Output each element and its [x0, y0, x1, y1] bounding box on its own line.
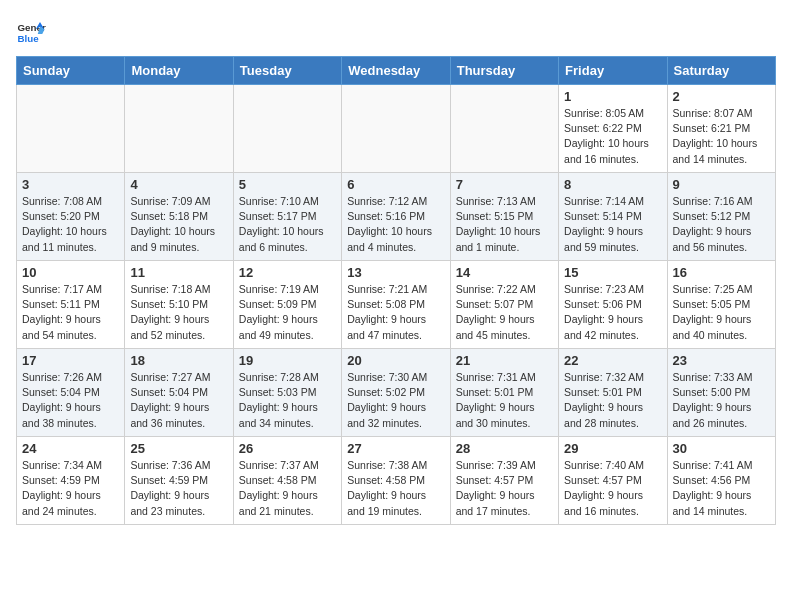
day-number: 19	[239, 353, 336, 368]
day-number: 23	[673, 353, 770, 368]
day-info: Sunrise: 7:08 AM Sunset: 5:20 PM Dayligh…	[22, 194, 119, 255]
day-number: 20	[347, 353, 444, 368]
day-number: 18	[130, 353, 227, 368]
day-info: Sunrise: 7:12 AM Sunset: 5:16 PM Dayligh…	[347, 194, 444, 255]
day-info: Sunrise: 7:21 AM Sunset: 5:08 PM Dayligh…	[347, 282, 444, 343]
day-number: 26	[239, 441, 336, 456]
day-info: Sunrise: 7:14 AM Sunset: 5:14 PM Dayligh…	[564, 194, 661, 255]
calendar-cell	[17, 85, 125, 173]
day-number: 16	[673, 265, 770, 280]
calendar-cell: 25Sunrise: 7:36 AM Sunset: 4:59 PM Dayli…	[125, 437, 233, 525]
calendar-cell: 22Sunrise: 7:32 AM Sunset: 5:01 PM Dayli…	[559, 349, 667, 437]
calendar-cell: 21Sunrise: 7:31 AM Sunset: 5:01 PM Dayli…	[450, 349, 558, 437]
calendar-cell: 16Sunrise: 7:25 AM Sunset: 5:05 PM Dayli…	[667, 261, 775, 349]
day-number: 1	[564, 89, 661, 104]
day-number: 8	[564, 177, 661, 192]
day-info: Sunrise: 7:25 AM Sunset: 5:05 PM Dayligh…	[673, 282, 770, 343]
day-number: 3	[22, 177, 119, 192]
calendar-row-0: 1Sunrise: 8:05 AM Sunset: 6:22 PM Daylig…	[17, 85, 776, 173]
col-header-tuesday: Tuesday	[233, 57, 341, 85]
day-number: 12	[239, 265, 336, 280]
logo: General Blue	[16, 16, 46, 46]
calendar-cell: 13Sunrise: 7:21 AM Sunset: 5:08 PM Dayli…	[342, 261, 450, 349]
col-header-saturday: Saturday	[667, 57, 775, 85]
calendar-cell	[450, 85, 558, 173]
calendar-cell: 17Sunrise: 7:26 AM Sunset: 5:04 PM Dayli…	[17, 349, 125, 437]
calendar-cell: 23Sunrise: 7:33 AM Sunset: 5:00 PM Dayli…	[667, 349, 775, 437]
col-header-sunday: Sunday	[17, 57, 125, 85]
col-header-friday: Friday	[559, 57, 667, 85]
day-number: 7	[456, 177, 553, 192]
header-row: SundayMondayTuesdayWednesdayThursdayFrid…	[17, 57, 776, 85]
calendar-cell: 5Sunrise: 7:10 AM Sunset: 5:17 PM Daylig…	[233, 173, 341, 261]
col-header-thursday: Thursday	[450, 57, 558, 85]
calendar-cell: 29Sunrise: 7:40 AM Sunset: 4:57 PM Dayli…	[559, 437, 667, 525]
day-info: Sunrise: 7:40 AM Sunset: 4:57 PM Dayligh…	[564, 458, 661, 519]
calendar-cell: 2Sunrise: 8:07 AM Sunset: 6:21 PM Daylig…	[667, 85, 775, 173]
day-number: 10	[22, 265, 119, 280]
day-number: 22	[564, 353, 661, 368]
calendar-cell: 15Sunrise: 7:23 AM Sunset: 5:06 PM Dayli…	[559, 261, 667, 349]
calendar-row-3: 17Sunrise: 7:26 AM Sunset: 5:04 PM Dayli…	[17, 349, 776, 437]
day-number: 6	[347, 177, 444, 192]
day-number: 29	[564, 441, 661, 456]
day-number: 9	[673, 177, 770, 192]
calendar-cell: 11Sunrise: 7:18 AM Sunset: 5:10 PM Dayli…	[125, 261, 233, 349]
calendar-cell: 1Sunrise: 8:05 AM Sunset: 6:22 PM Daylig…	[559, 85, 667, 173]
day-number: 27	[347, 441, 444, 456]
calendar-cell: 3Sunrise: 7:08 AM Sunset: 5:20 PM Daylig…	[17, 173, 125, 261]
header: General Blue	[16, 16, 776, 46]
col-header-monday: Monday	[125, 57, 233, 85]
day-number: 2	[673, 89, 770, 104]
day-number: 21	[456, 353, 553, 368]
day-info: Sunrise: 7:22 AM Sunset: 5:07 PM Dayligh…	[456, 282, 553, 343]
calendar-cell: 20Sunrise: 7:30 AM Sunset: 5:02 PM Dayli…	[342, 349, 450, 437]
day-info: Sunrise: 7:33 AM Sunset: 5:00 PM Dayligh…	[673, 370, 770, 431]
day-number: 17	[22, 353, 119, 368]
day-info: Sunrise: 7:28 AM Sunset: 5:03 PM Dayligh…	[239, 370, 336, 431]
day-info: Sunrise: 7:37 AM Sunset: 4:58 PM Dayligh…	[239, 458, 336, 519]
day-info: Sunrise: 7:16 AM Sunset: 5:12 PM Dayligh…	[673, 194, 770, 255]
calendar-cell: 19Sunrise: 7:28 AM Sunset: 5:03 PM Dayli…	[233, 349, 341, 437]
day-number: 24	[22, 441, 119, 456]
day-info: Sunrise: 7:19 AM Sunset: 5:09 PM Dayligh…	[239, 282, 336, 343]
calendar-cell: 26Sunrise: 7:37 AM Sunset: 4:58 PM Dayli…	[233, 437, 341, 525]
calendar-cell: 18Sunrise: 7:27 AM Sunset: 5:04 PM Dayli…	[125, 349, 233, 437]
day-info: Sunrise: 7:13 AM Sunset: 5:15 PM Dayligh…	[456, 194, 553, 255]
day-info: Sunrise: 7:41 AM Sunset: 4:56 PM Dayligh…	[673, 458, 770, 519]
day-info: Sunrise: 7:27 AM Sunset: 5:04 PM Dayligh…	[130, 370, 227, 431]
day-info: Sunrise: 7:31 AM Sunset: 5:01 PM Dayligh…	[456, 370, 553, 431]
calendar-cell: 4Sunrise: 7:09 AM Sunset: 5:18 PM Daylig…	[125, 173, 233, 261]
day-info: Sunrise: 7:26 AM Sunset: 5:04 PM Dayligh…	[22, 370, 119, 431]
calendar-cell: 14Sunrise: 7:22 AM Sunset: 5:07 PM Dayli…	[450, 261, 558, 349]
day-info: Sunrise: 7:17 AM Sunset: 5:11 PM Dayligh…	[22, 282, 119, 343]
calendar-cell: 28Sunrise: 7:39 AM Sunset: 4:57 PM Dayli…	[450, 437, 558, 525]
day-number: 4	[130, 177, 227, 192]
day-number: 14	[456, 265, 553, 280]
calendar-cell: 24Sunrise: 7:34 AM Sunset: 4:59 PM Dayli…	[17, 437, 125, 525]
calendar-cell: 12Sunrise: 7:19 AM Sunset: 5:09 PM Dayli…	[233, 261, 341, 349]
calendar-cell: 27Sunrise: 7:38 AM Sunset: 4:58 PM Dayli…	[342, 437, 450, 525]
day-info: Sunrise: 7:32 AM Sunset: 5:01 PM Dayligh…	[564, 370, 661, 431]
calendar-row-1: 3Sunrise: 7:08 AM Sunset: 5:20 PM Daylig…	[17, 173, 776, 261]
day-info: Sunrise: 7:34 AM Sunset: 4:59 PM Dayligh…	[22, 458, 119, 519]
day-info: Sunrise: 7:30 AM Sunset: 5:02 PM Dayligh…	[347, 370, 444, 431]
day-number: 13	[347, 265, 444, 280]
calendar-row-4: 24Sunrise: 7:34 AM Sunset: 4:59 PM Dayli…	[17, 437, 776, 525]
calendar-cell: 10Sunrise: 7:17 AM Sunset: 5:11 PM Dayli…	[17, 261, 125, 349]
day-info: Sunrise: 8:05 AM Sunset: 6:22 PM Dayligh…	[564, 106, 661, 167]
day-number: 15	[564, 265, 661, 280]
day-info: Sunrise: 7:36 AM Sunset: 4:59 PM Dayligh…	[130, 458, 227, 519]
calendar-row-2: 10Sunrise: 7:17 AM Sunset: 5:11 PM Dayli…	[17, 261, 776, 349]
day-info: Sunrise: 7:09 AM Sunset: 5:18 PM Dayligh…	[130, 194, 227, 255]
calendar-cell	[125, 85, 233, 173]
calendar-cell: 30Sunrise: 7:41 AM Sunset: 4:56 PM Dayli…	[667, 437, 775, 525]
day-info: Sunrise: 7:18 AM Sunset: 5:10 PM Dayligh…	[130, 282, 227, 343]
calendar-table: SundayMondayTuesdayWednesdayThursdayFrid…	[16, 56, 776, 525]
day-number: 28	[456, 441, 553, 456]
day-number: 5	[239, 177, 336, 192]
calendar-cell: 6Sunrise: 7:12 AM Sunset: 5:16 PM Daylig…	[342, 173, 450, 261]
day-info: Sunrise: 8:07 AM Sunset: 6:21 PM Dayligh…	[673, 106, 770, 167]
col-header-wednesday: Wednesday	[342, 57, 450, 85]
calendar-cell	[342, 85, 450, 173]
